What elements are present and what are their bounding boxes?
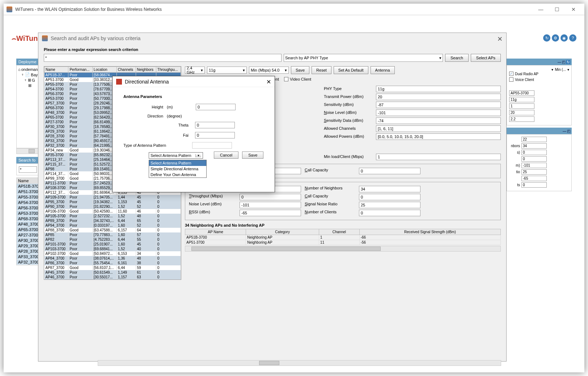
bottom-scrollbar[interactable] (98, 360, 501, 366)
search-criteria-dropdown[interactable]: Search by AP PHY Type▾ (284, 54, 443, 62)
refresh-icon[interactable]: ↻ (543, 34, 550, 42)
table-row[interactable]: AP88_3700Good[63.47588...6,157640 (45, 228, 181, 232)
table-row[interactable]: AP86_3700Poor[55.75454...6,161380 (45, 261, 181, 265)
table-row[interactable]: AP82Poor[4.752283...6,44550 (45, 237, 181, 242)
table-row[interactable]: AP45_3700Poor[50.61549...1,149610 (45, 270, 181, 275)
column-header[interactable]: Throughpu... (156, 67, 181, 73)
antenna-fai-input[interactable] (195, 132, 235, 138)
minimize-button[interactable]: — (533, 4, 549, 14)
column-header[interactable]: Neighbors (136, 67, 156, 73)
antenna-cancel-button[interactable]: Cancel (214, 151, 238, 159)
select-aps-button[interactable]: Select APs (471, 54, 501, 62)
antenna-pattern-dropdown[interactable]: Select Antenna Pattern ▼ Select Antenna … (149, 152, 203, 159)
column-header[interactable]: Category (246, 229, 319, 235)
video-client-checkbox[interactable]: Video Client (284, 77, 311, 81)
tx-power-field[interactable]: 20 (376, 94, 501, 100)
antenna-close-icon[interactable]: ✕ (266, 78, 271, 85)
table-row[interactable]: AP85Poor[70.77883...1,60570 (45, 232, 181, 237)
table-row[interactable]: AP102-3700Good[50.84972...6,153340 (45, 251, 181, 256)
antenna-height-input[interactable] (196, 104, 236, 110)
antenna-icon (116, 79, 122, 85)
antenna-save-button[interactable]: Save (242, 151, 263, 159)
antenna-pattern-options[interactable]: Select Antenna Pattern Simple Directiona… (149, 160, 207, 178)
close-button[interactable]: ✕ (565, 4, 581, 14)
table-row[interactable]: AP95_3700Poor[19.34382...1,153450 (45, 200, 181, 204)
sensitivity-field[interactable]: -87 (376, 102, 501, 108)
right-panel-header: —◰↻ (507, 59, 572, 65)
directional-antenna-dialog: Directional Antenna ✕ Antenna Parameters… (112, 76, 275, 192)
option-select-pattern[interactable]: Select Antenna Pattern (149, 160, 206, 166)
table-row[interactable]: AP106-3700Good[50.42580...11,60460 (45, 209, 181, 214)
neighbors-table[interactable]: AP NameCategoryChannelReceived Signal St… (185, 229, 501, 245)
search-button[interactable]: Search (445, 54, 469, 62)
table-row[interactable]: AP46_3700Poor[30.55017...1,157630 (45, 275, 181, 279)
table-row[interactable]: AP90_3700Poor[31.82290...1,52520 (45, 204, 181, 209)
dialog-close-icon[interactable]: ✕ (497, 35, 503, 43)
search-for-input[interactable] (19, 166, 37, 173)
help-icon[interactable]: ? (569, 34, 576, 42)
antenna-button[interactable]: Antenna (371, 66, 395, 74)
antenna-dialog-title: Directional Antenna (125, 79, 169, 85)
min-load-field[interactable]: 1 (376, 154, 501, 160)
table-row[interactable]: AP51-3700Neighboring AP11-56 (185, 240, 501, 245)
table-row[interactable]: AP103-3700Poor[69.68841...1,52400 (45, 247, 181, 251)
logo: ⌢WiTune (12, 34, 42, 43)
save-button[interactable]: Save (291, 66, 309, 74)
pattern-display (192, 142, 232, 149)
allowed-channels-field[interactable]: [1, 6, 11] (376, 125, 501, 132)
band-select[interactable]: 2.4 GHz▾ (185, 67, 205, 74)
table-row[interactable]: AP84_3700Poor[38.07614,...1,36480 (45, 256, 181, 261)
rm-voice-client-checkbox[interactable]: Voice Client (509, 77, 569, 82)
min-mbps-select[interactable]: Min (Mbps) 54.0▾ (249, 67, 289, 74)
search-prompt-label: Please enter a regular expression search… (44, 47, 501, 52)
table-row[interactable]: AP109-3700Poor[21.94705...1,44450 (45, 195, 181, 200)
chevron-down-icon: ▼ (195, 154, 201, 157)
right-panel2-header: —◰ (507, 128, 572, 134)
column-header[interactable]: Received Signal Strength (dBm) (359, 229, 500, 235)
rm-dual-radio-checkbox[interactable]: Dual Radio AP (509, 72, 569, 76)
table-row[interactable]: AP89_3700Poor[34.32743,...6,44650 (45, 218, 181, 223)
column-header[interactable]: Channel (319, 229, 360, 235)
table-row[interactable]: AP105-3700Poor[2.527232...1,52480 (45, 214, 181, 218)
table-row[interactable]: AP94_3700Poor[0.033197...1,60520 (45, 223, 181, 228)
column-header[interactable]: Performan... (68, 67, 92, 73)
column-header[interactable]: AP Name (185, 229, 246, 235)
table-row[interactable]: AP101-3700Poor[25.01907...1,60450 (45, 242, 181, 247)
sensitivity-data-field[interactable]: -74 (376, 118, 501, 124)
noise-level-field[interactable]: -101 (376, 110, 501, 116)
stop-icon[interactable]: ◉ (560, 34, 568, 42)
java-icon (7, 7, 12, 12)
column-header[interactable]: Name (45, 67, 68, 73)
table-row[interactable]: AP51B-3700Neighboring AP1-66 (185, 235, 501, 240)
phy-type-field[interactable]: 11g (376, 86, 501, 92)
column-header[interactable]: Location (92, 67, 117, 73)
cap-call: 0 (359, 168, 420, 174)
antenna-theta-input[interactable] (195, 122, 235, 128)
gear-icon[interactable]: ⚙ (552, 34, 559, 42)
maximize-button[interactable]: ☐ (549, 4, 565, 14)
option-simple-directional[interactable]: Simple Directional Antenna (149, 166, 206, 172)
table-row[interactable]: AP87_3700Good[56.8107,1...6,44590 (45, 265, 181, 270)
main-title-bar: WiTuners - the WLAN Optimization Solutio… (4, 4, 584, 15)
scrollbar[interactable] (185, 246, 501, 252)
phy-select[interactable]: 11g▾ (207, 67, 247, 74)
chevron-down-icon: ▾ (439, 56, 441, 60)
neighbors-heading: 34 Neighboring APs and No Interfering AP (185, 223, 501, 227)
main-window-title: WiTuners - the WLAN Optimization Solutio… (15, 7, 533, 12)
reset-button[interactable]: Reset (312, 66, 331, 74)
set-default-button[interactable]: Set As Default (334, 66, 368, 74)
search-dialog-title: Search and audit APs by various criteria (51, 35, 140, 41)
java-icon (42, 35, 48, 41)
option-define-own[interactable]: Define Your Own Antenna (149, 172, 206, 178)
search-regex-input[interactable] (44, 54, 282, 62)
toolbar-icons: ↻ ⚙ ◉ ? (543, 34, 576, 42)
allowed-powers-field[interactable]: [0.0, 5.0, 10.0, 15.0, 20.0] (376, 133, 501, 140)
column-header[interactable]: Channels (117, 67, 136, 73)
